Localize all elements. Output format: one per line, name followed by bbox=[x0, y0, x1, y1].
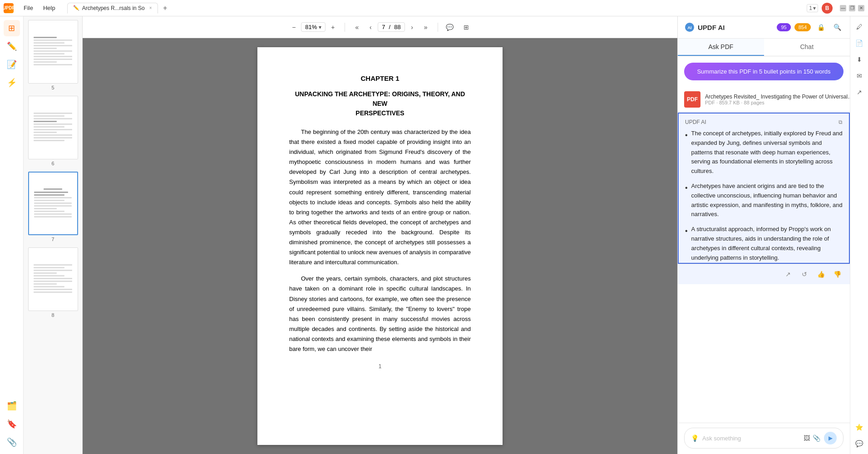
ai-share-button[interactable]: ↗ bbox=[782, 268, 794, 281]
sidebar-icon-attachments[interactable]: 📎 bbox=[4, 434, 20, 450]
toolbar-zoom-group: − 81% ▾ + bbox=[287, 21, 339, 34]
ai-copy-button[interactable]: ⧉ bbox=[838, 119, 843, 125]
bullet-dot-1: • bbox=[685, 129, 688, 176]
far-right-download-icon[interactable]: ⬇ bbox=[853, 53, 866, 66]
page-nav-display: 7 / 88 bbox=[378, 22, 404, 32]
zoom-in-button[interactable]: + bbox=[326, 21, 339, 34]
ai-pdf-type: PDF bbox=[705, 100, 715, 105]
ai-response-area: UPDF AI ⧉ •The concept of archetypes, in… bbox=[678, 113, 850, 264]
tab-ask-pdf[interactable]: Ask PDF bbox=[678, 39, 764, 56]
close-button[interactable]: ✕ bbox=[858, 5, 864, 11]
far-right-edit-icon[interactable]: 🖊 bbox=[853, 20, 866, 34]
page-indicator-dropdown[interactable]: 1 ▾ bbox=[807, 4, 818, 12]
ai-input-area: 💡 🖼 📎 ▶ bbox=[678, 423, 850, 454]
pdf-content[interactable]: CHAPTER 1 UNPACKING THE ARCHETYPE: ORIGI… bbox=[83, 38, 677, 454]
pdf-chapter: CHAPTER 1 bbox=[289, 74, 471, 82]
pdf-title: UNPACKING THE ARCHETYPE: ORIGINS, THEORY… bbox=[289, 89, 471, 118]
far-right-star-icon[interactable]: ⭐ bbox=[853, 420, 866, 434]
ai-image-icon[interactable]: 🖼 bbox=[804, 434, 810, 442]
ai-bullet-text-2: Archetypes have ancient origins and are … bbox=[691, 182, 843, 219]
ai-action-bar: ↗ ↺ 👍 👎 bbox=[678, 264, 850, 284]
ai-regenerate-button[interactable]: ↺ bbox=[798, 268, 811, 281]
zoom-out-button[interactable]: − bbox=[287, 21, 300, 34]
ai-header-search-icon[interactable]: 🔍 bbox=[831, 21, 843, 34]
menu-help[interactable]: Help bbox=[39, 3, 60, 13]
restore-button[interactable]: ❐ bbox=[849, 5, 855, 11]
ai-bullet-text-3: A structuralist approach, informed by Pr… bbox=[691, 225, 843, 262]
sidebar-icon-layers[interactable]: 🗂️ bbox=[4, 398, 20, 414]
ai-input-box: 💡 🖼 📎 ▶ bbox=[684, 428, 843, 449]
page-indicator-num: 1 bbox=[809, 5, 812, 11]
thumbnail-page-6[interactable]: 6 bbox=[25, 96, 80, 166]
ai-response-label: UPDF AI bbox=[685, 119, 706, 125]
ai-bullet-3: •A structuralist approach, informed by P… bbox=[685, 225, 843, 262]
comment-button[interactable]: 💬 bbox=[444, 21, 456, 34]
zoom-display: 81% ▾ bbox=[301, 22, 326, 32]
thumbnail-page-5[interactable]: 5 bbox=[25, 20, 80, 90]
layout-button[interactable]: ⊞ bbox=[460, 21, 473, 34]
toolbar-divider-1 bbox=[345, 23, 345, 32]
ai-input-icons: 🖼 📎 bbox=[804, 434, 820, 442]
tab-chat[interactable]: Chat bbox=[764, 39, 850, 56]
menu-file[interactable]: File bbox=[19, 3, 38, 13]
ai-thumbup-button[interactable]: 👍 bbox=[814, 268, 827, 281]
ai-pdf-size: 859.7 KB bbox=[719, 100, 740, 105]
ai-pdf-icon: PDF bbox=[684, 91, 700, 108]
sidebar-icon-edit[interactable]: 📝 bbox=[4, 56, 20, 73]
thumbnail-img-5 bbox=[28, 20, 78, 84]
updf-logo-icon: UPDF bbox=[4, 3, 14, 13]
page-indicator-arrow: ▾ bbox=[813, 5, 816, 11]
ai-bullet-2: •Archetypes have ancient origins and are… bbox=[685, 182, 843, 219]
new-tab-button[interactable]: + bbox=[160, 3, 171, 14]
ai-bullet-list: •The concept of archetypes, initially ex… bbox=[685, 129, 843, 264]
user-avatar[interactable]: B bbox=[822, 3, 833, 14]
next-page-button[interactable]: › bbox=[406, 21, 419, 34]
tab-icon: ✏️ bbox=[73, 5, 79, 11]
window-controls: — ❐ ✕ bbox=[840, 5, 864, 11]
ai-header-actions: 95 854 🔒 🔍 bbox=[777, 21, 843, 34]
ai-bullet-1: •The concept of archetypes, initially ex… bbox=[685, 129, 843, 176]
page-current: 7 bbox=[382, 24, 385, 30]
tab-close-button[interactable]: × bbox=[149, 5, 152, 10]
titlebar: UPDF File Help ✏️ Archetypes R...rsals i… bbox=[0, 0, 868, 16]
active-tab[interactable]: ✏️ Archetypes R...rsals in So × bbox=[67, 3, 158, 14]
toolbar-nav-group: « ‹ 7 / 88 › » bbox=[350, 21, 432, 34]
ai-tabs: Ask PDF Chat bbox=[678, 39, 850, 56]
sidebar-icon-organize[interactable]: ⚡ bbox=[4, 74, 20, 91]
thumbnail-page-7[interactable]: 7 bbox=[25, 172, 80, 242]
titlebar-right: 1 ▾ B — ❐ ✕ bbox=[807, 3, 864, 14]
pdf-title-line1: UNPACKING THE ARCHETYPE: ORIGINS, THEORY… bbox=[289, 89, 471, 109]
ai-bulb-icon[interactable]: 💡 bbox=[691, 434, 699, 442]
far-right-mail-icon[interactable]: ✉ bbox=[853, 69, 866, 83]
thumbnail-label-7: 7 bbox=[51, 237, 54, 242]
zoom-level: 81% bbox=[305, 24, 317, 30]
sidebar-icon-bookmark[interactable]: 🔖 bbox=[4, 416, 20, 432]
sidebar-icon-annotate[interactable]: ✏️ bbox=[4, 38, 20, 54]
thumbnail-label-8: 8 bbox=[51, 312, 54, 318]
pdf-page: CHAPTER 1 UNPACKING THE ARCHETYPE: ORIGI… bbox=[257, 47, 503, 445]
thumbnail-panel: 5 6 bbox=[24, 16, 83, 454]
zoom-dropdown-arrow[interactable]: ▾ bbox=[319, 24, 321, 30]
last-page-button[interactable]: » bbox=[419, 21, 432, 34]
ai-search-input[interactable] bbox=[702, 435, 800, 442]
ai-logo: AI UPDF AI bbox=[684, 22, 725, 33]
ai-prompt-suggestion[interactable]: Summarize this PDF in 5 bullet points in… bbox=[684, 63, 843, 80]
left-icon-sidebar: ⊞ ✏️ 📝 ⚡ 🗂️ 🔖 📎 bbox=[0, 16, 24, 454]
ai-panel: AI UPDF AI 95 854 🔒 🔍 Ask PDF Chat Summa… bbox=[677, 16, 850, 454]
ai-send-button[interactable]: ▶ bbox=[824, 432, 837, 444]
svg-text:AI: AI bbox=[688, 25, 692, 30]
ai-thumbdown-button[interactable]: 👎 bbox=[831, 268, 843, 281]
far-right-share-icon[interactable]: ↗ bbox=[853, 85, 866, 99]
far-right-doc-icon[interactable]: 📄 bbox=[853, 36, 866, 50]
ai-header-lock-icon[interactable]: 🔒 bbox=[814, 21, 827, 34]
minimize-button[interactable]: — bbox=[840, 5, 846, 11]
ai-badge-gold[interactable]: 854 bbox=[794, 23, 811, 31]
ai-badge-purple[interactable]: 95 bbox=[777, 23, 790, 31]
prev-page-button[interactable]: ‹ bbox=[364, 21, 377, 34]
ai-attach-icon[interactable]: 📎 bbox=[813, 434, 820, 442]
thumbnail-page-8[interactable]: 8 bbox=[25, 247, 80, 318]
far-right-chat-icon[interactable]: 💬 bbox=[853, 437, 866, 450]
tab-title: Archetypes R...rsals in So bbox=[82, 5, 145, 11]
sidebar-icon-thumbnails[interactable]: ⊞ bbox=[4, 20, 20, 36]
first-page-button[interactable]: « bbox=[350, 21, 363, 34]
